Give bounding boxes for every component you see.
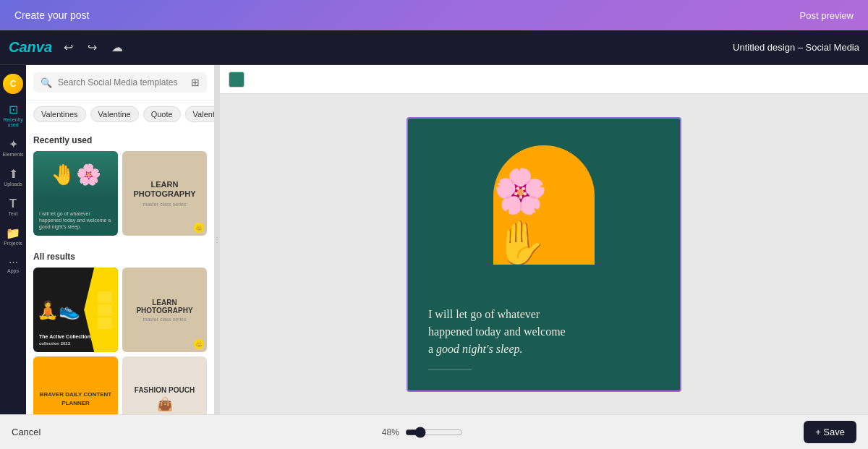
canva-header: Canva ↩ ↪ ☁ Untitled design – Social Med… [0,30,868,65]
chip-valenti[interactable]: Valenti… [185,106,214,122]
quote-line3: a [428,343,436,355]
flower-hand-icon: 🌸✋ [493,166,595,265]
icon-sidebar: C ⊡ Recently used ✦ Elements ⬆ Uploads T… [0,65,26,414]
template-thumb-ar3[interactable]: BRAVER DAILY CONTENT PLANNER 👑 [33,356,118,414]
all-results-label: All results [33,244,207,268]
ar2-sub: master class series [143,317,187,322]
rt2-sub: master class series [143,202,187,207]
design-divider [428,369,472,370]
ar2-title: LEARN PHOTOGRAPHY [127,299,203,315]
sidebar-item-text-label: Text [9,211,18,216]
canvas-toolbar [220,65,868,94]
cancel-button[interactable]: Cancel [12,427,41,437]
recently-used-label: Recently used [33,128,207,151]
ar1-main-title: The Active Collection [39,333,90,341]
sidebar-item-uploads[interactable]: ⬆ Uploads [1,164,25,191]
crown-badge-ar2: 👑 [194,339,204,349]
rt1-image: 🤚🌸 [33,151,118,197]
projects-icon: 📁 [6,228,20,239]
elements-icon: ✦ [9,139,18,150]
rt1-text: I will let go of whatever happened today… [39,210,112,230]
undo-icon: ↩ [64,40,73,54]
search-input[interactable] [58,77,185,87]
quote-line2: happened today and welcome [428,325,566,338]
uploads-icon: ⬆ [9,168,18,180]
zoom-level: 48% [382,427,399,437]
all-results-grid: 🧘👟 The Active Collection collection 2023… [33,268,207,414]
save-button[interactable]: + Save [804,421,856,443]
templates-panel: 🔍 ⊞ Valentines Valentine Quote Valenti… … [26,65,214,414]
design-card-top: 🌸✋ [408,119,680,291]
sidebar-item-templates[interactable]: ⊡ Recently used [1,100,25,132]
post-preview-label: Post preview [800,10,854,21]
template-thumb-ar1[interactable]: 🧘👟 The Active Collection collection 2023 [33,268,118,352]
user-avatar[interactable]: C [3,74,23,94]
arch-container: 🌸✋ [493,145,595,265]
mini-thumb-3 [98,317,112,329]
undo-button[interactable]: ↩ [61,38,76,57]
sidebar-item-apps-label: Apps [7,268,19,273]
chip-valentine[interactable]: Valentine [90,106,139,122]
ar1-sub: collection 2023 [39,341,90,346]
template-thumb-rt2[interactable]: LEARN PHOTOGRAPHY master class series 👑 [122,151,207,236]
quote-italic: good night's sleep. [436,343,522,355]
design-quote: I will let go of whatever happened today… [428,306,660,358]
design-title: Untitled design – Social Media [733,42,859,53]
canva-logo[interactable]: Canva [9,39,52,56]
sidebar-item-uploads-label: Uploads [4,181,22,187]
search-icon: 🔍 [41,77,52,88]
cloud-icon: ☁ [111,40,123,54]
chip-quote[interactable]: Quote [143,106,181,122]
ar3-text: BRAVER DAILY CONTENT PLANNER [39,390,112,406]
zoom-slider[interactable] [405,427,463,438]
canvas-area: 🌸✋ I will let go of whatever happened to… [220,65,868,414]
crown-badge-rt2: 👑 [194,223,204,233]
zoom-area: 48% [382,427,463,438]
filter-icon[interactable]: ⊞ [191,77,200,88]
color-swatch[interactable] [229,72,244,87]
sidebar-item-projects-label: Projects [4,241,22,246]
panel-scroll: Recently used 🤚🌸 I will let go of whatev… [26,128,214,414]
ar4-image: 👜 [157,396,173,412]
sidebar-item-elements-label: Elements [2,152,23,157]
design-card: 🌸✋ I will let go of whatever happened to… [407,117,681,392]
sidebar-item-elements[interactable]: ✦ Elements [1,134,25,161]
top-bar: Create your post Post preview [0,0,868,30]
mini-thumb-1 [98,291,112,303]
rt2-title: LEARN PHOTOGRAPHY [128,180,201,199]
redo-button[interactable]: ↪ [85,38,100,57]
cloud-save-button[interactable]: ☁ [109,38,126,57]
recently-used-grid: 🤚🌸 I will let go of whatever happened to… [33,151,207,236]
text-icon: T [9,198,17,210]
hand-flower-icon: 🤚🌸 [51,163,101,187]
cancel-label: Cancel [12,427,41,437]
sidebar-item-apps[interactable]: ⋯ Apps [1,253,25,278]
ar1-text: The Active Collection collection 2023 [39,333,90,346]
template-thumb-ar4[interactable]: FASHION POUCH 👜 [122,356,207,414]
design-card-bottom: I will let go of whatever happened today… [408,291,680,390]
chip-valentines[interactable]: Valentines [33,106,86,122]
search-area: 🔍 ⊞ [26,65,214,101]
sidebar-item-projects[interactable]: 📁 Projects [1,223,25,250]
template-thumb-ar2[interactable]: LEARN PHOTOGRAPHY master class series 👑 [122,268,207,352]
ar4-title: FASHION POUCH [135,386,195,394]
template-thumb-rt1[interactable]: 🤚🌸 I will let go of whatever happened to… [33,151,118,236]
category-chips: Valentines Valentine Quote Valenti… › [26,101,214,128]
redo-icon: ↪ [88,40,97,54]
ar1-side-thumbs [98,291,112,329]
templates-icon: ⊡ [9,104,18,116]
bottom-bar: Cancel 48% + Save [0,414,868,449]
search-bar: 🔍 ⊞ [33,72,207,93]
quote-line1: I will let go of whatever [428,308,540,320]
canvas-workspace[interactable]: 🌸✋ I will let go of whatever happened to… [220,94,868,414]
top-bar-title: Create your post [14,9,90,21]
mini-thumb-2 [98,304,112,316]
sidebar-item-templates-label: Recently used [3,117,22,127]
sidebar-item-text[interactable]: T Text [1,194,25,221]
main-content: C ⊡ Recently used ✦ Elements ⬆ Uploads T… [0,65,868,414]
resize-handle[interactable]: ⋮ [214,65,220,414]
save-label: + Save [815,427,845,437]
apps-icon: ⋯ [9,257,18,267]
